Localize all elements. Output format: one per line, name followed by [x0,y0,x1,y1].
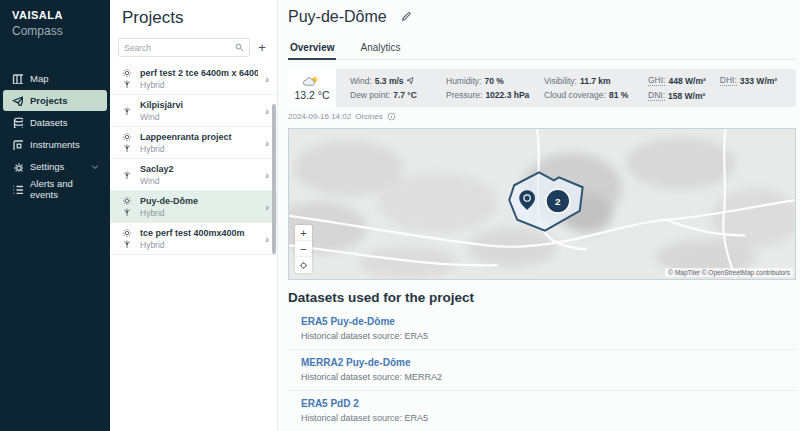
sidebar: VAISALA Compass Map Projects Datasets In… [0,0,110,431]
weather-timestamp-row: 2024-09-16 14:02 Orcines [288,112,798,121]
sidebar-item-map[interactable]: Map [3,68,107,89]
dataset-link[interactable]: MERRA2 Puy-de-Dôme [301,357,790,368]
project-type: Hybrid [140,144,258,154]
map-attribution[interactable]: © MapTiler © OpenStreetMap contributors [665,268,793,277]
sidebar-item-alerts[interactable]: Alerts and events [3,178,107,199]
panel-scrollbar[interactable] [272,104,276,254]
dni-value: 158 W/m² [668,91,705,101]
edit-title-button[interactable] [401,8,412,26]
pencil-icon [401,11,412,22]
project-name: Saclay2 [140,164,258,174]
dhi-value: 333 W/m² [740,76,777,86]
datasets-icon [12,117,23,128]
tab-overview[interactable]: Overview [288,38,336,59]
ghi-label[interactable]: GHI: [648,75,665,86]
dataset-row: MERRA2 Puy-de-Dôme Historical dataset so… [288,350,798,391]
project-row[interactable]: perf test 2 tce 6400m x 6400m Hybrid › [110,63,277,95]
project-row[interactable]: Lappeenranta project Hybrid › [110,127,277,159]
project-name: tce perf test 400mx400m [140,228,258,238]
wind-turbine-icon [122,239,132,249]
projects-icon [12,95,23,106]
dni-label[interactable]: DNI: [648,90,665,101]
dataset-source: Historical dataset source: ERA5 [301,413,790,423]
weather-timestamp: 2024-09-16 14:02 [288,112,351,121]
sidebar-item-datasets[interactable]: Datasets [3,112,107,133]
search-box[interactable] [118,38,250,57]
project-name: Lappeenranta project [140,132,258,142]
locate-icon [299,261,308,270]
search-input[interactable] [124,43,235,53]
project-list: perf test 2 tce 6400m x 6400m Hybrid › K… [110,63,277,255]
humidity-label: Humidity: [446,76,481,86]
temperature-tile: 13.2 °C [288,69,336,107]
datasets-list: ERA5 Puy-de-Dôme Historical dataset sour… [288,309,798,431]
svg-text:2: 2 [555,196,561,207]
wind-turbine-icon [122,143,132,153]
sidebar-nav: Map Projects Datasets Instruments Settin… [0,68,110,199]
wind-turbine-icon [122,79,132,89]
dataset-link[interactable]: ERA5 PdD 2 [301,398,790,409]
wind-direction-icon [407,76,415,86]
project-row[interactable]: tce perf test 400mx400m Hybrid › [110,223,277,255]
app-logo: VAISALA Compass [0,0,110,38]
dew-point-label: Dew point: [350,90,390,100]
project-name: perf test 2 tce 6400m x 6400m [140,68,258,78]
locate-button[interactable] [295,257,312,273]
project-name: Puy-de-Dôme [140,196,258,206]
cloud-sun-icon [302,75,322,88]
sidebar-item-instruments[interactable]: Instruments [3,134,107,155]
sun-icon [122,228,132,238]
project-row[interactable]: Saclay2 Wind › [110,159,277,191]
chevron-right-icon: › [265,169,269,181]
project-row[interactable]: Kilpisjärvi Wind › [110,95,277,127]
search-row: + [118,38,269,57]
cloud-coverage-label: Cloud coverage: [544,90,606,100]
chevron-right-icon: › [265,137,269,149]
sidebar-item-settings[interactable]: Settings [3,156,107,177]
temperature-value: 13.2 °C [294,89,329,101]
dataset-link[interactable]: ERA5 Puy-de-Dôme [301,316,790,327]
sidebar-item-label: Instruments [30,139,80,150]
sun-icon [122,68,132,78]
tab-bar: Overview Analytics [288,38,796,60]
project-row-selected[interactable]: Puy-de-Dôme Hybrid › [110,191,277,223]
wind-turbine-icon [122,170,132,180]
dataset-row: ERA5 Puy-de-Dôme Historical dataset sour… [288,309,798,350]
cloud-coverage-value: 81 % [609,90,628,100]
map-controls: + − [295,225,312,273]
add-project-button[interactable]: + [255,41,269,55]
chevron-right-icon: › [265,73,269,85]
settings-icon [12,161,23,172]
dhi-label[interactable]: DHI: [720,75,737,86]
chevron-down-icon [91,163,99,171]
project-type: Wind [140,176,258,186]
sun-icon [122,132,132,142]
search-icon [235,43,244,52]
wind-turbine-icon [122,207,132,217]
chevron-right-icon: › [265,105,269,117]
tab-analytics[interactable]: Analytics [358,38,402,59]
logo-vaisala: VAISALA [12,9,110,21]
wind-value: 5.3 m/s [375,76,404,86]
datasets-section-title: Datasets used for the project [288,290,798,305]
map-icon [12,73,23,84]
main-content: Puy-de-Dôme Overview Analytics 13.2 °C W… [278,0,800,431]
info-icon[interactable] [387,112,396,121]
pressure-label: Pressure: [446,90,482,100]
wind-turbine-icon [122,106,132,116]
instruments-icon [12,139,23,150]
project-type: Hybrid [140,240,258,250]
sidebar-item-projects[interactable]: Projects [3,90,107,111]
zoom-in-button[interactable]: + [295,225,312,241]
dataset-row: ERA5 PdD 2 Historical dataset source: ER… [288,391,798,431]
weather-location: Orcines [355,112,383,121]
sidebar-item-label: Settings [30,161,64,172]
panel-title: Projects [110,0,277,28]
sidebar-item-label: Alerts and events [30,178,98,200]
sidebar-item-label: Map [30,73,48,84]
project-type: Hybrid [140,208,258,218]
zoom-out-button[interactable]: − [295,241,312,257]
visibility-value: 11.7 km [580,76,611,86]
project-map[interactable]: 2 + − © MapTiler © OpenStreetMap contrib… [288,128,796,280]
dataset-source: Historical dataset source: ERA5 [301,331,790,341]
